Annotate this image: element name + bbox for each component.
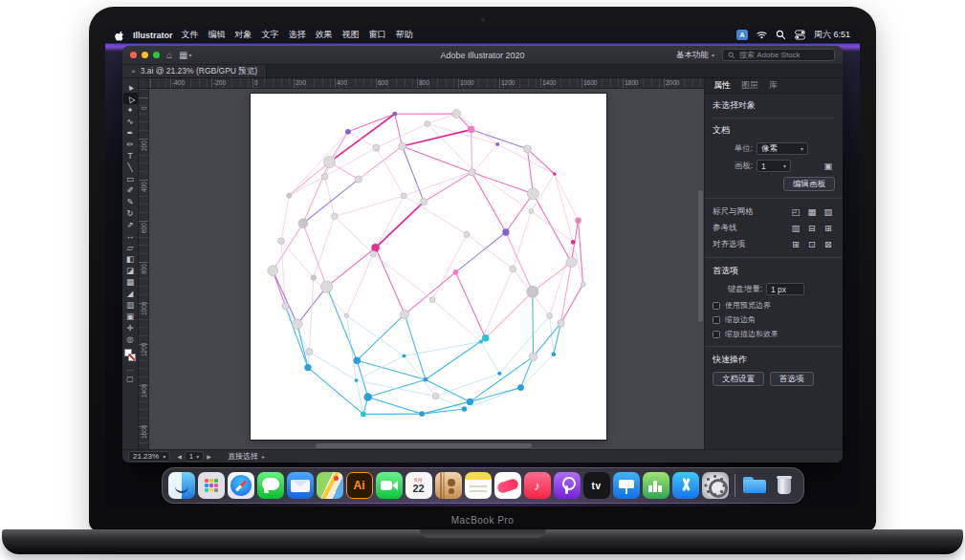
- zoom-dropdown[interactable]: 21.23% ▾: [128, 451, 170, 462]
- artboard[interactable]: [251, 94, 606, 440]
- dock-contacts-icon[interactable]: [435, 472, 462, 499]
- artboard-tool[interactable]: ▣: [123, 311, 138, 322]
- snap-point-icon[interactable]: ⊠: [822, 238, 835, 250]
- graph-tool[interactable]: ▥: [123, 299, 138, 311]
- menubar-menu-item-3[interactable]: 文字: [262, 29, 279, 41]
- dock-safari-icon[interactable]: [228, 472, 254, 499]
- magic-wand-tool[interactable]: ✦: [123, 104, 138, 116]
- lock-guides-icon[interactable]: ⊟: [805, 222, 819, 234]
- checkbox-2[interactable]: [713, 331, 720, 338]
- menubar-menu-item-5[interactable]: 效果: [316, 29, 333, 41]
- dock-launchpad-icon[interactable]: [198, 472, 225, 499]
- width-tool[interactable]: ↔: [123, 230, 138, 242]
- canvas[interactable]: [149, 89, 704, 449]
- checkbox-0[interactable]: [713, 302, 720, 310]
- close-window-button[interactable]: [130, 52, 137, 58]
- close-tab-icon[interactable]: ×: [131, 67, 136, 75]
- shaper-tool[interactable]: ✎: [123, 196, 138, 207]
- stroke-swatch[interactable]: [128, 354, 136, 361]
- home-icon[interactable]: ⌂: [166, 51, 172, 60]
- dock-messages-icon[interactable]: [257, 472, 284, 499]
- dock-facetime-icon[interactable]: [376, 472, 403, 499]
- artboard-dropdown[interactable]: 1 ▾: [757, 160, 791, 172]
- smart-guides-icon[interactable]: ⊞: [822, 222, 835, 234]
- dock-maps-icon[interactable]: [317, 472, 343, 499]
- gradient-tool[interactable]: ◪: [123, 265, 138, 276]
- artboard-options-icon[interactable]: ▣: [822, 160, 835, 172]
- rotate-tool[interactable]: ↻: [123, 207, 138, 219]
- dock-music-icon[interactable]: ♪: [524, 472, 551, 499]
- units-dropdown[interactable]: 像素 ▾: [757, 142, 808, 155]
- vertical-scrollbar-thumb[interactable]: [698, 190, 703, 322]
- document-tab[interactable]: × 3.ai @ 21.23% (RGB/GPU 预览): [122, 65, 267, 77]
- dock-finder-icon[interactable]: [168, 472, 195, 499]
- keyboard-increment-input[interactable]: 1 px: [766, 283, 804, 295]
- grid-icon[interactable]: ▦: [805, 205, 819, 218]
- dock-podcasts-icon[interactable]: [554, 472, 581, 499]
- pen-tool[interactable]: ✒: [123, 127, 138, 139]
- fill-stroke-swatches[interactable]: [124, 349, 136, 361]
- menubar-menu-item-4[interactable]: 选择: [289, 29, 306, 41]
- direct-selection-tool[interactable]: △: [123, 93, 138, 104]
- quick-action-button-0[interactable]: 文档设置: [713, 372, 764, 386]
- zoom-tool[interactable]: ◎: [123, 334, 138, 345]
- type-tool[interactable]: T: [123, 150, 138, 162]
- dock-tv-icon[interactable]: tv: [583, 472, 610, 499]
- spotlight-search-icon[interactable]: [776, 30, 786, 40]
- minimize-window-button[interactable]: [142, 52, 148, 58]
- menubar-menu-item-7[interactable]: 窗口: [369, 29, 386, 41]
- wifi-icon[interactable]: [757, 30, 767, 40]
- status-tool-display[interactable]: 直接选择 ▸: [228, 451, 265, 462]
- apple-menu-icon[interactable]: [115, 30, 124, 41]
- workspace-switcher[interactable]: 基本功能 ▾: [676, 50, 714, 61]
- scale-tool[interactable]: ⇗: [123, 219, 138, 230]
- dock-settings-icon[interactable]: [702, 472, 729, 499]
- edit-artboards-button[interactable]: 编辑画板: [783, 177, 835, 191]
- stock-search-input[interactable]: 搜索 Adobe Stock: [722, 49, 835, 61]
- transparency-grid-icon[interactable]: ▨: [822, 205, 835, 218]
- screen-mode-icon[interactable]: ▢: [126, 374, 134, 384]
- checkbox-label-2[interactable]: 缩放描边和效果: [725, 329, 779, 339]
- dock-trash-icon[interactable]: [771, 472, 798, 499]
- dock-folder-icon[interactable]: [741, 472, 768, 499]
- hand-tool[interactable]: ✛: [123, 322, 138, 334]
- quick-action-button-1[interactable]: 首选项: [770, 372, 814, 386]
- dock-illustrator-icon[interactable]: Ai: [346, 472, 373, 499]
- artboard-number-dropdown[interactable]: 1 ▾: [185, 451, 204, 462]
- window-titlebar[interactable]: ⌂ ▦ ▾ Adobe Illustrator 2020 基本功能 ▾: [122, 46, 843, 65]
- ruler-corner-icon[interactable]: ◰: [789, 205, 802, 218]
- curvature-tool[interactable]: ✏: [123, 139, 138, 150]
- free-transform-tool[interactable]: ▱: [123, 242, 138, 253]
- next-artboard-icon[interactable]: ▶: [207, 453, 211, 460]
- arrange-documents-icon[interactable]: ▦ ▾: [179, 51, 191, 60]
- mesh-tool[interactable]: ▦: [123, 276, 138, 288]
- control-center-icon[interactable]: [795, 30, 805, 40]
- menubar-menu-item-1[interactable]: 编辑: [208, 29, 226, 41]
- dock-keynote-icon[interactable]: [613, 472, 640, 499]
- dock-appstore-icon[interactable]: [672, 472, 699, 499]
- checkbox-1[interactable]: [713, 316, 720, 324]
- previous-artboard-icon[interactable]: ◀: [177, 453, 182, 460]
- selection-tool[interactable]: ▲: [123, 81, 138, 93]
- zoom-window-button[interactable]: [153, 52, 160, 58]
- menubar-menu-item-0[interactable]: 文件: [182, 29, 199, 41]
- horizontal-scrollbar[interactable]: [153, 443, 694, 448]
- paintbrush-tool[interactable]: ✐: [123, 184, 138, 196]
- horizontal-scrollbar-thumb[interactable]: [316, 443, 532, 448]
- panel-tab-库[interactable]: 库: [769, 79, 778, 92]
- dock-news-icon[interactable]: [494, 472, 521, 499]
- checkbox-label-0[interactable]: 使用预览边界: [725, 300, 771, 311]
- menubar-menu-item-8[interactable]: 帮助: [396, 29, 413, 41]
- menubar-menu-item-6[interactable]: 视图: [342, 29, 360, 41]
- edit-toolbar-icon[interactable]: …: [126, 363, 134, 374]
- panel-tab-属性[interactable]: 属性: [713, 79, 731, 92]
- input-source-icon[interactable]: A: [736, 30, 748, 40]
- rectangle-tool[interactable]: ▭: [123, 173, 138, 184]
- dock-notes-icon[interactable]: [465, 472, 492, 499]
- panel-tab-图层[interactable]: 图层: [741, 79, 758, 92]
- snap-grid-icon[interactable]: ⊞: [789, 238, 802, 250]
- snap-pixel-icon[interactable]: ⊡: [805, 238, 819, 250]
- eyedropper-tool[interactable]: ◢: [123, 288, 138, 299]
- ruler-origin-corner[interactable]: [139, 78, 149, 89]
- dock-mail-icon[interactable]: [287, 472, 314, 499]
